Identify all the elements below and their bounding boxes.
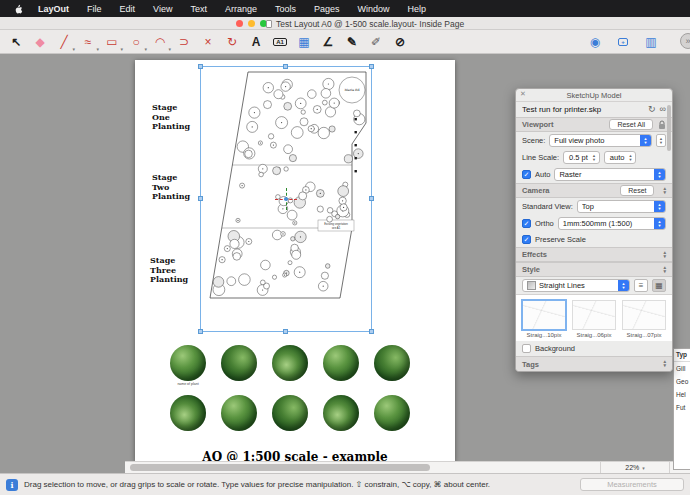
plant-photo[interactable] [323, 345, 359, 381]
auto-render-checkbox[interactable]: ✓ [522, 170, 531, 179]
ortho-checkbox[interactable]: ✓ [522, 219, 531, 228]
status-info-icon[interactable]: i [6, 479, 18, 491]
table-tool[interactable]: ▦ [292, 32, 316, 52]
selection-grip[interactable] [369, 329, 374, 334]
rectangle-tool[interactable]: ▭▾ [100, 32, 124, 52]
ortho-scale-select[interactable]: 1mm:500mm (1:500) ▲▼ [558, 217, 666, 230]
preserve-scale-checkbox[interactable]: ✓ [522, 235, 531, 244]
panel-scrollbar[interactable] [667, 105, 671, 367]
tags-collapse-control[interactable]: ▴▾ [663, 360, 666, 367]
panel-close-icon[interactable]: ✕ [520, 90, 526, 98]
plant-photo[interactable] [374, 395, 410, 431]
label-tool[interactable]: A1 [268, 32, 292, 52]
selection-center-grip[interactable] [284, 197, 288, 201]
style-thumb[interactable]: Straig...06pix [572, 300, 616, 338]
background-checkbox[interactable] [522, 344, 531, 353]
camera-reset-button[interactable]: Reset [620, 185, 654, 196]
panel-scrollbar-thumb[interactable] [667, 105, 671, 151]
preserve-scale-row: ✓ Preserve Scale [516, 232, 672, 247]
scene-stepper[interactable]: ▲▼ [656, 134, 666, 147]
render-mode-select[interactable]: Raster ▲▼ [554, 168, 666, 181]
plant-photo[interactable] [272, 395, 308, 431]
style-collapse-control[interactable]: ▴▾ [663, 266, 666, 273]
eyedropper-tool[interactable]: ✎ [340, 32, 364, 52]
circle-tool[interactable]: ○▾ [124, 32, 148, 52]
font-list-item[interactable]: Geo [674, 375, 690, 388]
selection-grip[interactable] [283, 64, 288, 69]
close-window-button[interactable] [236, 20, 243, 27]
selection-grip[interactable] [198, 64, 203, 69]
measurements-field[interactable]: Measurements [580, 478, 684, 491]
selection-grip[interactable] [369, 64, 374, 69]
arc-tool[interactable]: ◠▾ [148, 32, 172, 52]
refresh-model-icon[interactable]: ↻ [648, 105, 656, 114]
line-scale-stepper[interactable]: 0.5 pt ▲▼ [563, 151, 600, 164]
font-list-item[interactable]: Gill [674, 362, 690, 375]
sketchup-viewport-selection[interactable] [200, 66, 372, 332]
minimize-window-button[interactable] [248, 20, 255, 27]
eraser-tool[interactable]: ◆ [28, 32, 52, 52]
camera-collapse-control[interactable]: ▴▾ [663, 187, 666, 194]
menu-item-pages[interactable]: Pages [305, 4, 349, 14]
toolbar-overflow-button[interactable]: » [680, 33, 690, 49]
menu-item-edit[interactable]: Edit [111, 4, 145, 14]
menu-bar: LayOut File Edit View Text Arrange Tools… [0, 0, 690, 17]
line-tool[interactable]: ╱▾ [52, 32, 76, 52]
plant-photo[interactable] [374, 345, 410, 381]
effects-collapse-control[interactable]: ▴▾ [663, 251, 666, 258]
style-thumb[interactable]: Straig...10pix [522, 300, 566, 338]
add-page-button[interactable]: + [614, 32, 632, 52]
dimension-tool[interactable]: ∠ [316, 32, 340, 52]
menu-item-help[interactable]: Help [399, 4, 436, 14]
menu-item-tools[interactable]: Tools [266, 4, 305, 14]
selection-grip[interactable] [198, 196, 203, 201]
ortho-label: Ortho [535, 219, 554, 228]
text-tool[interactable]: A [244, 32, 268, 52]
freehand-tool[interactable]: ≈▾ [76, 32, 100, 52]
split-tool[interactable]: × [196, 32, 220, 52]
style-select[interactable]: Straight Lines ▲▼ [522, 279, 630, 292]
line-scale-auto-stepper[interactable]: auto ▲▼ [604, 151, 637, 164]
link-model-icon[interactable]: ∞ [660, 105, 666, 114]
panel-header[interactable]: ✕ SketchUp Model [516, 89, 672, 102]
font-list-item[interactable]: Fut [674, 401, 690, 414]
plant-photo[interactable] [323, 395, 359, 431]
selection-grip[interactable] [198, 329, 203, 334]
standard-view-select[interactable]: Top ▲▼ [577, 200, 666, 213]
menu-item-view[interactable]: View [144, 4, 181, 14]
grid-view-button[interactable]: ▦ [652, 279, 666, 292]
lock-icon[interactable] [658, 120, 666, 130]
apple-menu[interactable] [8, 3, 29, 14]
horizontal-scrollbar[interactable]: 22% ▾ [125, 461, 690, 473]
style-tool[interactable]: ✐ [364, 32, 388, 52]
join-tool[interactable]: ↻ [220, 32, 244, 52]
horizontal-scrollbar-thumb[interactable] [130, 464, 430, 471]
offset-tool[interactable]: ⊃ [172, 32, 196, 52]
font-list-item[interactable]: Hel [674, 388, 690, 401]
plant-photo[interactable] [272, 345, 308, 381]
tags-section-header[interactable]: Tags ▴▾ [516, 356, 672, 371]
selection-grip[interactable] [369, 196, 374, 201]
scene-select[interactable]: Full view photo ▲▼ [549, 134, 652, 147]
plant-photo[interactable] [221, 395, 257, 431]
list-view-button[interactable]: ≡ [634, 279, 648, 292]
plant-photo[interactable] [170, 345, 206, 381]
page-a0[interactable]: Maria Rd Existing vegetation see A1 [135, 60, 455, 462]
menu-item-arrange[interactable]: Arrange [216, 4, 266, 14]
no-style-tool[interactable]: ⊘ [388, 32, 412, 52]
pages-button[interactable]: ▥ [642, 32, 660, 52]
selection-grip[interactable] [283, 329, 288, 334]
menu-item-layout[interactable]: LayOut [29, 4, 78, 14]
effects-section-header[interactable]: Effects ▴▾ [516, 247, 672, 262]
menu-item-text[interactable]: Text [181, 4, 216, 14]
zoom-control[interactable]: 22% ▾ [600, 462, 670, 473]
select-tool[interactable]: ↖ [4, 32, 28, 52]
start-presentation-button[interactable]: ◉ [586, 32, 604, 52]
style-section-header[interactable]: Style ▴▾ [516, 262, 672, 277]
reset-all-button[interactable]: Reset All [609, 119, 653, 130]
plant-photo[interactable] [221, 345, 257, 381]
menu-item-window[interactable]: Window [349, 4, 399, 14]
style-thumb[interactable]: Straig...07pix [622, 300, 666, 338]
menu-item-file[interactable]: File [78, 4, 111, 14]
plant-photo[interactable] [170, 395, 206, 431]
